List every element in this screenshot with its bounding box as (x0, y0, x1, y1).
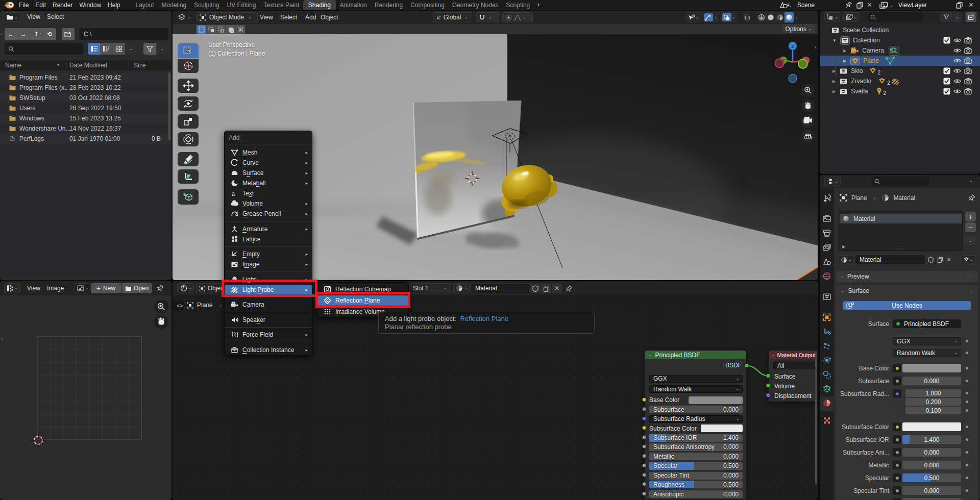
svg-text:‹: ‹ (815, 44, 817, 50)
svg-text:Z: Z (791, 44, 794, 49)
